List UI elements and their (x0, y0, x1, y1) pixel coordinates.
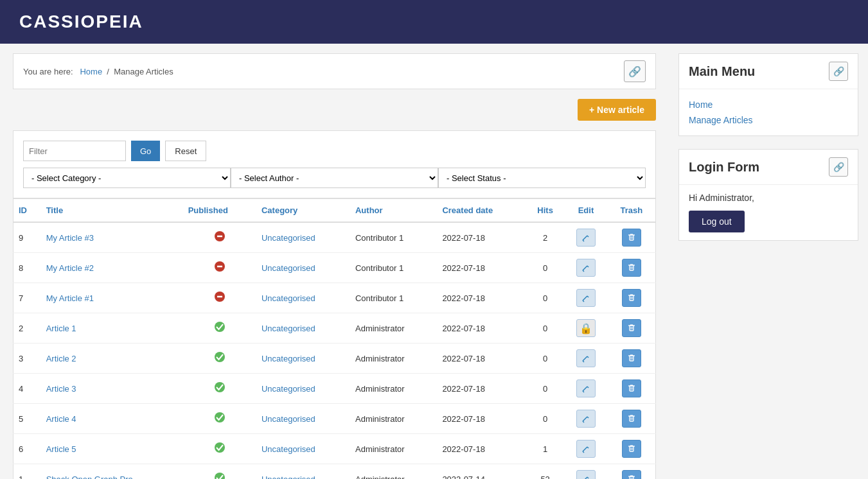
trash-button[interactable] (622, 259, 641, 277)
svg-point-36 (215, 322, 225, 332)
site-header: CASSIOPEIA (0, 0, 868, 44)
category-link[interactable]: Uncategorised (261, 444, 315, 454)
main-menu-manage-articles-link[interactable]: Manage Articles (689, 112, 848, 128)
new-article-button[interactable]: + New article (578, 99, 656, 121)
article-title-link[interactable]: Shack Open Graph Pro (46, 475, 133, 480)
breadcrumb-bar: You are here: Home / Manage Articles 🔗 (13, 53, 656, 89)
category-link[interactable]: Uncategorised (261, 233, 315, 243)
row-author: Administrator (350, 464, 437, 480)
edit-button[interactable] (576, 259, 596, 277)
row-category: Uncategorised (256, 344, 350, 374)
breadcrumb-edit-button[interactable]: 🔗 (624, 60, 646, 82)
table-header: ID Title Published Category Author Creat… (13, 199, 656, 223)
published-icon (214, 413, 226, 426)
row-published (183, 253, 256, 283)
edit-button[interactable] (576, 349, 596, 367)
login-form-widget: Login Form 🔗 Hi Administrator, Log out (678, 149, 858, 241)
table-row: 4Article 3UncategorisedAdministrator2022… (13, 374, 656, 404)
trash-button[interactable] (622, 349, 641, 367)
row-category: Uncategorised (256, 253, 350, 283)
filter-reset-button[interactable]: Reset (165, 141, 206, 161)
category-link[interactable]: Uncategorised (261, 263, 315, 273)
article-title-link[interactable]: My Article #1 (46, 293, 94, 303)
category-link[interactable]: Uncategorised (261, 324, 315, 333)
article-title-link[interactable]: Article 4 (46, 414, 76, 424)
edit-button[interactable] (576, 379, 596, 397)
row-created-date: 2022-07-18 (437, 253, 526, 283)
unpublished-icon (214, 233, 226, 244)
filter-input[interactable] (23, 141, 126, 161)
row-author: Administrator (350, 434, 437, 464)
login-form-edit-button[interactable]: 🔗 (829, 157, 848, 177)
author-select[interactable]: - Select Author - (231, 168, 438, 188)
col-header-title[interactable]: Title (41, 199, 183, 223)
trash-button[interactable] (622, 289, 641, 307)
main-menu-edit-button[interactable]: 🔗 (829, 62, 848, 81)
row-title: Article 2 (41, 344, 183, 374)
col-header-published[interactable]: Published (183, 199, 256, 223)
row-hits: 0 (526, 374, 564, 404)
table-row: 3Article 2UncategorisedAdministrator2022… (13, 344, 656, 374)
edit-button[interactable] (576, 440, 596, 458)
category-link[interactable]: Uncategorised (261, 384, 315, 394)
row-created-date: 2022-07-18 (437, 313, 526, 344)
edit-button[interactable] (576, 289, 596, 307)
row-trash-cell (608, 344, 656, 374)
row-id: 7 (13, 283, 41, 313)
row-hits: 0 (526, 404, 564, 434)
table-row: 5Article 4UncategorisedAdministrator2022… (13, 404, 656, 434)
svg-point-65 (215, 412, 225, 422)
edit-button[interactable] (576, 470, 596, 479)
unpublished-icon (214, 293, 226, 304)
row-edit-cell (564, 253, 607, 283)
site-title: CASSIOPEIA (19, 12, 143, 31)
row-trash-cell (608, 464, 656, 480)
row-id: 6 (13, 434, 41, 464)
article-title-link[interactable]: Article 1 (46, 324, 76, 333)
row-hits: 2 (526, 222, 564, 253)
row-author: Administrator (350, 313, 437, 344)
published-icon (214, 383, 226, 396)
row-edit-cell: 🔒 (564, 313, 607, 344)
col-header-hits[interactable]: Hits (526, 199, 564, 223)
col-header-author[interactable]: Author (350, 199, 437, 223)
row-edit-cell (564, 464, 607, 480)
row-trash-cell (608, 434, 656, 464)
article-title-link[interactable]: My Article #3 (46, 233, 94, 243)
row-trash-cell (608, 222, 656, 253)
article-title-link[interactable]: Article 5 (46, 444, 76, 454)
edit-button[interactable] (576, 410, 596, 428)
main-menu-home-link[interactable]: Home (689, 97, 848, 112)
row-trash-cell (608, 283, 656, 313)
col-header-category[interactable]: Category (256, 199, 350, 223)
logout-button[interactable]: Log out (689, 211, 745, 232)
lock-edit-button[interactable]: 🔒 (576, 319, 596, 337)
trash-button[interactable] (622, 229, 641, 247)
trash-button[interactable] (622, 379, 641, 397)
main-menu-header: Main Menu 🔗 (679, 54, 858, 89)
filter-go-button[interactable]: Go (131, 141, 160, 161)
toolbar: + New article (13, 99, 656, 121)
table-row: 6Article 5UncategorisedAdministrator2022… (13, 434, 656, 464)
category-link[interactable]: Uncategorised (261, 414, 315, 424)
category-link[interactable]: Uncategorised (261, 475, 315, 480)
col-header-created-date[interactable]: Created date (437, 199, 526, 223)
category-link[interactable]: Uncategorised (261, 293, 315, 303)
breadcrumb-home-link[interactable]: Home (80, 67, 102, 76)
edit-button[interactable] (576, 229, 596, 247)
trash-button[interactable] (622, 440, 641, 458)
article-title-link[interactable]: My Article #2 (46, 263, 94, 273)
row-author: Contributor 1 (350, 253, 437, 283)
article-title-link[interactable]: Article 2 (46, 354, 76, 363)
row-id: 1 (13, 464, 41, 480)
status-select[interactable]: - Select Status - (438, 168, 646, 188)
trash-button[interactable] (622, 410, 641, 428)
category-select[interactable]: - Select Category - (23, 168, 231, 188)
trash-button[interactable] (622, 470, 641, 479)
login-form-body: Hi Administrator, Log out (679, 185, 858, 240)
trash-button[interactable] (622, 319, 641, 337)
unpublished-icon (214, 263, 226, 274)
category-link[interactable]: Uncategorised (261, 354, 315, 363)
row-title: Article 3 (41, 374, 183, 404)
article-title-link[interactable]: Article 3 (46, 384, 76, 394)
